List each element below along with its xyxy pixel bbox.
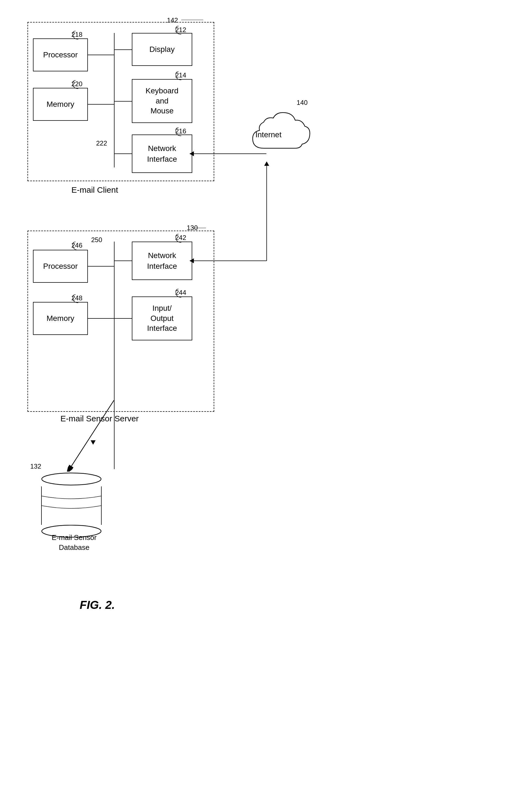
client-to-internet-line xyxy=(192,153,266,154)
database-label: E-mail Sensor Database xyxy=(44,532,104,553)
svg-marker-2 xyxy=(264,162,269,166)
memory-box-client: Memory xyxy=(33,88,88,121)
bus-to-display xyxy=(114,49,132,50)
bus-to-io xyxy=(114,318,132,319)
io-interface-box: Input/ Output Interface xyxy=(132,297,192,340)
mem-to-bus-client xyxy=(88,104,114,105)
arrow-to-netif-client xyxy=(190,151,195,156)
internet-to-netif-server xyxy=(192,260,267,261)
proc-to-bus-client xyxy=(88,55,114,55)
display-box: Display xyxy=(132,33,192,66)
memory-box-server: Memory xyxy=(33,302,88,335)
processor-box-client: Processor xyxy=(33,38,88,71)
mem-to-bus-server xyxy=(88,318,114,319)
ref-222: 222 xyxy=(96,139,107,147)
svg-marker-0 xyxy=(190,151,194,156)
ref-250: 250 xyxy=(91,236,102,244)
figure-label: FIG. 2. xyxy=(80,598,115,612)
diagram: 142 Processor 218 Memory 220 222 Display… xyxy=(16,11,505,801)
network-interface-box-server: Network Interface xyxy=(132,241,192,280)
ref-140: 140 xyxy=(297,99,308,106)
bus-line-server xyxy=(114,241,115,401)
arrow-to-netif-server xyxy=(190,258,195,263)
bus-to-netif-server xyxy=(114,260,132,261)
bus-to-keyboard xyxy=(114,101,132,102)
keyboard-mouse-box: Keyboard and Mouse xyxy=(132,79,192,123)
db-arrow-line xyxy=(63,400,118,472)
internet-label: Internet xyxy=(256,130,281,139)
processor-box-server: Processor xyxy=(33,250,88,283)
arrow-into-internet xyxy=(264,162,269,167)
internet-to-server-line xyxy=(266,165,267,261)
svg-point-6 xyxy=(42,473,101,485)
network-interface-box-client: Network Interface xyxy=(132,135,192,173)
database: 132 xyxy=(41,472,102,539)
bus-to-netif-client xyxy=(114,153,132,154)
ref-132: 132 xyxy=(30,462,41,470)
email-client-label: E-mail Client xyxy=(71,185,118,194)
ref-142: 142 xyxy=(167,16,178,24)
svg-marker-1 xyxy=(190,258,194,263)
svg-line-5 xyxy=(71,400,114,466)
proc-to-bus-server xyxy=(88,266,114,267)
bus-line-client xyxy=(114,33,115,167)
